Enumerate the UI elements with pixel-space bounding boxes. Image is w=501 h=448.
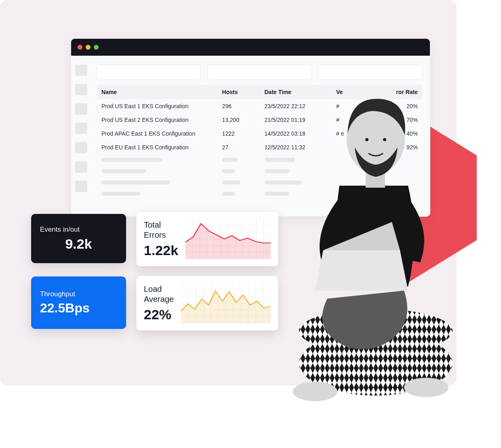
cell-error-rate: 40% (358, 127, 423, 140)
sidebar-item[interactable] (75, 142, 87, 153)
cell-error-rate: 92% (358, 140, 423, 154)
total-errors-label: Total Errors (144, 220, 178, 240)
col-datetime[interactable]: Date Time (260, 85, 332, 99)
sidebar-item[interactable] (75, 161, 87, 173)
table-row[interactable]: Prod US East 1 EKS Configuration29623/5/… (97, 99, 423, 113)
filter-input[interactable] (207, 65, 312, 80)
cell-name: Prod APAC East 1 EKS Configuration (97, 127, 217, 140)
sidebar (71, 56, 93, 216)
cell-error-rate: 70% (358, 113, 423, 127)
maximize-icon[interactable] (94, 45, 99, 50)
table-row-placeholder (97, 177, 423, 188)
cell-version (331, 140, 358, 154)
load-average-value: 22% (144, 307, 174, 322)
load-average-sparkline (181, 283, 271, 323)
events-label: Events in/out (40, 226, 117, 234)
throughput-tile: Throughput 22.5Bps (31, 276, 126, 329)
sidebar-item[interactable] (75, 123, 87, 134)
col-error-rate[interactable]: ror Rate (358, 85, 423, 99)
total-errors-tile: Total Errors 1.22k (136, 211, 278, 266)
col-hosts[interactable]: Hosts (217, 85, 260, 99)
sidebar-item[interactable] (75, 181, 87, 192)
cell-name: Prod EU East 1 EKS Configuration (97, 140, 217, 154)
cell-hosts: 27 (217, 140, 260, 154)
cell-name: Prod US East 1 EKS Configuration (97, 99, 217, 113)
dashboard-window: Name Hosts Date Time Ve ror Rate Prod US… (71, 38, 430, 217)
filter-input[interactable] (97, 65, 201, 80)
cell-version: # (331, 99, 358, 113)
cell-datetime: 14/5/2022 03:18 (260, 127, 332, 140)
events-value: 9.2k (40, 236, 117, 252)
cell-version: # (331, 113, 358, 127)
events-tile: Events in/out 9.2k (31, 214, 126, 263)
col-version[interactable]: Ve (331, 85, 358, 99)
window-titlebar (71, 39, 430, 56)
cell-version: # e (331, 127, 358, 140)
config-table: Name Hosts Date Time Ve ror Rate Prod US… (97, 85, 423, 199)
sidebar-item[interactable] (75, 103, 87, 115)
throughput-value: 22.5Bps (40, 301, 117, 316)
total-errors-sparkline (185, 219, 271, 259)
filter-row (97, 65, 423, 80)
col-name[interactable]: Name (97, 85, 217, 99)
filter-input[interactable] (318, 65, 423, 80)
cell-error-rate: 20% (358, 99, 423, 113)
cell-hosts: 13,200 (217, 113, 260, 127)
load-average-label: Load Average (144, 284, 174, 304)
cell-hosts: 296 (217, 99, 260, 113)
total-errors-value: 1.22k (144, 243, 178, 258)
cell-name: Prod US East 2 EKS Configuration (97, 113, 217, 127)
cell-datetime: 23/5/2022 22:12 (260, 99, 332, 113)
minimize-icon[interactable] (86, 45, 91, 50)
table-row[interactable]: Prod EU East 1 EKS Configuration2712/5/2… (97, 140, 423, 154)
load-average-tile: Load Average 22% (136, 276, 278, 331)
cell-datetime: 21/5/2022 01:19 (260, 113, 332, 127)
table-row[interactable]: Prod US East 2 EKS Configuration13,20021… (97, 113, 423, 127)
table-row-placeholder (97, 165, 423, 177)
table-row-placeholder (97, 188, 423, 199)
cell-datetime: 12/5/2022 11:32 (260, 140, 332, 154)
table-row[interactable]: Prod APAC East 1 EKS Configuration122214… (97, 127, 423, 140)
cell-hosts: 1222 (217, 127, 260, 140)
table-row-placeholder (97, 154, 423, 165)
sidebar-item[interactable] (75, 65, 87, 76)
throughput-label: Throughput (40, 290, 117, 298)
close-icon[interactable] (78, 45, 82, 50)
sidebar-item[interactable] (75, 84, 87, 95)
